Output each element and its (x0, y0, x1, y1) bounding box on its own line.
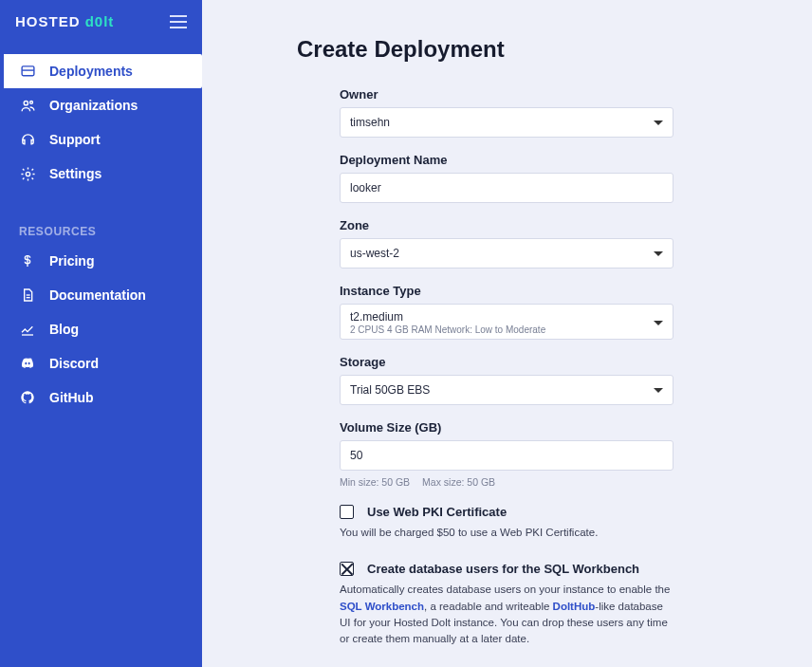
sidebar-item-blog[interactable]: Blog (0, 312, 202, 346)
sidebar-item-discord[interactable]: Discord (0, 346, 202, 380)
svg-point-4 (26, 172, 29, 176)
sidebar-item-support[interactable]: Support (0, 122, 202, 157)
github-icon (19, 389, 36, 406)
pki-label: Use Web PKI Certificate (367, 505, 507, 519)
zone-field: Zone us-west-2 (340, 218, 674, 269)
sqlwb-desc-pre: Automatically creates database users on … (340, 584, 670, 595)
sidebar-item-settings[interactable]: Settings (0, 157, 202, 191)
pki-desc: You will be charged $50 to use a Web PKI… (340, 525, 674, 541)
menu-icon[interactable] (170, 15, 187, 28)
storage-value: Trial 50GB EBS (350, 383, 430, 397)
chevron-down-icon (654, 120, 663, 125)
support-icon (19, 131, 36, 148)
zone-value: us-west-2 (350, 247, 399, 260)
logo-text-accent: d0lt (81, 13, 115, 29)
owner-label: Owner (340, 87, 674, 102)
instance-label: Instance Type (340, 284, 674, 298)
sidebar-item-label: Pricing (49, 253, 94, 269)
sqlwb-row: Create database users for the SQL Workbe… (340, 562, 674, 576)
zone-label: Zone (340, 218, 674, 232)
storage-label: Storage (340, 355, 674, 369)
name-label: Deployment Name (340, 153, 674, 167)
sidebar-item-pricing[interactable]: Pricing (0, 244, 202, 278)
pki-row: Use Web PKI Certificate (340, 505, 674, 519)
discord-icon (19, 355, 36, 372)
svg-point-2 (24, 101, 28, 104)
sidebar-item-organizations[interactable]: Organizations (0, 88, 202, 122)
logo[interactable]: HOSTED d0lt (15, 13, 114, 29)
sidebar-item-label: Discord (49, 356, 99, 371)
sidebar-item-label: Documentation (49, 287, 146, 303)
sidebar-item-label: Settings (49, 166, 102, 181)
volume-min-hint: Min size: 50 GB (340, 476, 410, 488)
sidebar-item-label: Deployments (49, 64, 133, 79)
sidebar-header: HOSTED d0lt (0, 0, 202, 41)
svg-rect-0 (22, 65, 34, 75)
sqlwb-label: Create database users for the SQL Workbe… (367, 562, 639, 576)
dolthub-link[interactable]: DoltHub (553, 601, 596, 612)
sidebar-item-deployments[interactable]: Deployments (4, 54, 202, 88)
volume-label: Volume Size (GB) (340, 420, 674, 435)
sqlwb-checkbox[interactable] (340, 562, 354, 576)
owner-value: timsehn (350, 116, 390, 129)
chevron-down-icon (654, 321, 663, 325)
blog-icon (19, 321, 36, 338)
dollar-icon (19, 252, 36, 269)
sidebar-item-documentation[interactable]: Documentation (0, 278, 202, 312)
chevron-down-icon (654, 251, 663, 256)
owner-field: Owner timsehn (340, 87, 674, 138)
main-nav: Deployments Organizations Support Settin… (0, 54, 202, 415)
sidebar-item-label: Organizations (49, 98, 138, 113)
sidebar-item-label: Support (49, 132, 101, 147)
zone-select[interactable]: us-west-2 (340, 238, 674, 269)
svg-point-3 (29, 101, 32, 103)
sidebar-item-label: GitHub (49, 390, 94, 405)
name-input[interactable] (340, 173, 674, 203)
instance-field: Instance Type t2.medium 2 CPUS 4 GB RAM … (340, 284, 674, 340)
instance-select[interactable]: t2.medium 2 CPUS 4 GB RAM Network: Low t… (340, 304, 674, 340)
logo-text: HOSTED (15, 13, 81, 29)
resources-header: RESOURCES (0, 225, 202, 244)
settings-icon (19, 165, 36, 182)
deployment-form: Owner timsehn Deployment Name Zone us-we… (340, 87, 674, 667)
main-content: Create Deployment Owner timsehn Deployme… (202, 0, 812, 667)
sidebar-item-label: Blog (49, 322, 79, 337)
owner-select[interactable]: timsehn (340, 107, 674, 138)
sidebar-item-github[interactable]: GitHub (0, 380, 202, 415)
storage-field: Storage Trial 50GB EBS (340, 355, 674, 405)
doc-icon (19, 287, 36, 304)
sql-workbench-link[interactable]: SQL Workbench (340, 601, 424, 612)
chevron-down-icon (654, 388, 663, 393)
deployments-icon (19, 63, 36, 80)
instance-value: t2.medium (350, 310, 545, 324)
storage-select[interactable]: Trial 50GB EBS (340, 375, 674, 405)
volume-input[interactable] (340, 440, 674, 471)
sqlwb-desc-mid: , a readable and writeable (424, 601, 553, 612)
instance-details: 2 CPUS 4 GB RAM Network: Low to Moderate (350, 324, 545, 335)
sqlwb-desc: Automatically creates database users on … (340, 582, 674, 647)
pki-checkbox[interactable] (340, 505, 354, 519)
sidebar: HOSTED d0lt Deployments Organizations (0, 0, 202, 667)
volume-max-hint: Max size: 50 GB (422, 476, 495, 488)
page-title: Create Deployment (297, 36, 755, 63)
name-field: Deployment Name (340, 153, 674, 203)
organizations-icon (19, 97, 36, 114)
volume-hint: Min size: 50 GB Max size: 50 GB (340, 476, 674, 488)
volume-field: Volume Size (GB) Min size: 50 GB Max siz… (340, 420, 674, 488)
